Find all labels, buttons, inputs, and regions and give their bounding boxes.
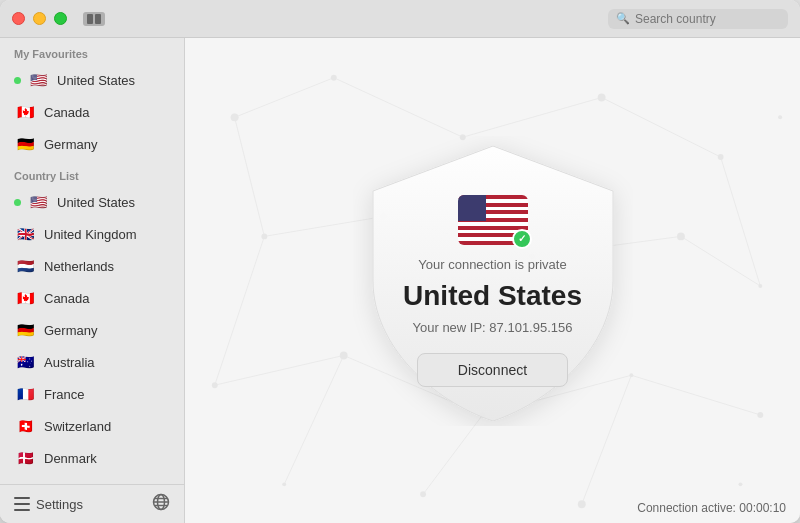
globe-icon[interactable] bbox=[152, 493, 170, 515]
flag-dk-list: 🇩🇰 bbox=[14, 447, 36, 469]
connected-country-name: United States bbox=[403, 280, 582, 312]
maximize-button[interactable] bbox=[54, 12, 67, 25]
svg-line-44 bbox=[284, 355, 344, 484]
ip-address-text: Your new IP: 87.101.95.156 bbox=[413, 320, 573, 335]
flag-no-list: 🇳🇴 bbox=[14, 479, 36, 484]
svg-rect-2 bbox=[14, 497, 30, 499]
settings-label: Settings bbox=[36, 497, 83, 512]
svg-line-39 bbox=[215, 355, 344, 385]
connection-status-text: Your connection is private bbox=[418, 257, 566, 272]
svg-line-38 bbox=[681, 236, 760, 286]
country-name-fr-list: France bbox=[44, 387, 84, 402]
country-name-au-list: Australia bbox=[44, 355, 95, 370]
flag-ch-list: 🇨🇭 bbox=[14, 415, 36, 437]
flag-with-check: ✓ bbox=[458, 195, 528, 245]
country-name-ch-list: Switzerland bbox=[44, 419, 111, 434]
settings-button[interactable]: Settings bbox=[14, 497, 83, 512]
flag-us-list: 🇺🇸 bbox=[27, 191, 49, 213]
country-list-section-label: Country List bbox=[0, 160, 184, 186]
svg-line-47 bbox=[721, 157, 761, 286]
country-name-ca-list: Canada bbox=[44, 291, 90, 306]
titlebar: 🔍 bbox=[0, 0, 800, 38]
list-item-ch[interactable]: 🇨🇭 Switzerland bbox=[0, 410, 184, 442]
list-item-ca[interactable]: 🇨🇦 Canada bbox=[0, 282, 184, 314]
flag-ca-fav: 🇨🇦 bbox=[14, 101, 36, 123]
svg-rect-0 bbox=[87, 14, 93, 24]
svg-line-32 bbox=[463, 98, 602, 138]
country-name-no-list: Norway bbox=[44, 483, 88, 485]
flag-de-list: 🇩🇪 bbox=[14, 319, 36, 341]
list-item-dk[interactable]: 🇩🇰 Denmark bbox=[0, 442, 184, 474]
list-item-nl[interactable]: 🇳🇱 Netherlands bbox=[0, 250, 184, 282]
active-dot-us bbox=[14, 199, 21, 206]
list-item-de[interactable]: 🇩🇪 Germany bbox=[0, 314, 184, 346]
svg-line-30 bbox=[235, 78, 334, 118]
sidebar: My Favourites 🇺🇸 United States 🇨🇦 Canada… bbox=[0, 38, 185, 523]
country-name-us-list: United States bbox=[57, 195, 135, 210]
svg-line-45 bbox=[423, 415, 483, 494]
search-bar[interactable]: 🔍 bbox=[608, 9, 788, 29]
favourite-item-ca[interactable]: 🇨🇦 Canada bbox=[0, 96, 184, 128]
svg-line-34 bbox=[235, 117, 265, 236]
disconnect-button[interactable]: Disconnect bbox=[417, 353, 568, 387]
main-panel: ✓ Your connection is private United Stat… bbox=[185, 38, 800, 523]
list-item-fr[interactable]: 🇫🇷 France bbox=[0, 378, 184, 410]
country-name-us-fav: United States bbox=[57, 73, 135, 88]
country-name-dk-list: Denmark bbox=[44, 451, 97, 466]
svg-line-31 bbox=[334, 78, 463, 138]
sidebar-scroll: My Favourites 🇺🇸 United States 🇨🇦 Canada… bbox=[0, 38, 184, 484]
list-item-no[interactable]: 🇳🇴 Norway bbox=[0, 474, 184, 484]
svg-point-26 bbox=[282, 482, 286, 486]
shield-content: ✓ Your connection is private United Stat… bbox=[403, 175, 582, 387]
country-name-ca-fav: Canada bbox=[44, 105, 90, 120]
list-item-au[interactable]: 🇦🇺 Australia bbox=[0, 346, 184, 378]
svg-line-42 bbox=[631, 375, 760, 415]
svg-point-22 bbox=[340, 351, 348, 359]
svg-rect-3 bbox=[14, 503, 30, 505]
main-content: My Favourites 🇺🇸 United States 🇨🇦 Canada… bbox=[0, 38, 800, 523]
country-name-de-list: Germany bbox=[44, 323, 97, 338]
app-window: 🔍 My Favourites 🇺🇸 United States 🇨🇦 Cana… bbox=[0, 0, 800, 523]
svg-rect-4 bbox=[14, 509, 30, 511]
shield-container: ✓ Your connection is private United Stat… bbox=[353, 136, 633, 426]
search-icon: 🔍 bbox=[616, 12, 630, 25]
flag-au-list: 🇦🇺 bbox=[14, 351, 36, 373]
svg-line-43 bbox=[215, 236, 265, 385]
country-name-nl-list: Netherlands bbox=[44, 259, 114, 274]
favourite-item-us[interactable]: 🇺🇸 United States bbox=[0, 64, 184, 96]
flag-fr-list: 🇫🇷 bbox=[14, 383, 36, 405]
svg-point-15 bbox=[778, 115, 782, 119]
settings-lines-icon bbox=[14, 497, 30, 511]
favourites-section-label: My Favourites bbox=[0, 38, 184, 64]
check-badge: ✓ bbox=[512, 229, 532, 249]
svg-rect-1 bbox=[95, 14, 101, 24]
flag-uk-list: 🇬🇧 bbox=[14, 223, 36, 245]
active-dot bbox=[14, 77, 21, 84]
list-item-us[interactable]: 🇺🇸 United States bbox=[0, 186, 184, 218]
svg-point-29 bbox=[738, 482, 742, 486]
close-button[interactable] bbox=[12, 12, 25, 25]
status-bar: Connection active: 00:00:10 bbox=[637, 501, 786, 515]
shield: ✓ Your connection is private United Stat… bbox=[353, 136, 633, 426]
search-input[interactable] bbox=[635, 12, 780, 26]
favourite-item-de[interactable]: 🇩🇪 Germany bbox=[0, 128, 184, 160]
flag-ca-list: 🇨🇦 bbox=[14, 287, 36, 309]
minimize-button[interactable] bbox=[33, 12, 46, 25]
sidebar-footer: Settings bbox=[0, 484, 184, 523]
split-view-icon[interactable] bbox=[83, 12, 105, 26]
flag-de-fav: 🇩🇪 bbox=[14, 133, 36, 155]
flag-us-fav: 🇺🇸 bbox=[27, 69, 49, 91]
flag-nl-list: 🇳🇱 bbox=[14, 255, 36, 277]
country-name-uk-list: United Kingdom bbox=[44, 227, 137, 242]
list-item-uk[interactable]: 🇬🇧 United Kingdom bbox=[0, 218, 184, 250]
country-name-de-fav: Germany bbox=[44, 137, 97, 152]
